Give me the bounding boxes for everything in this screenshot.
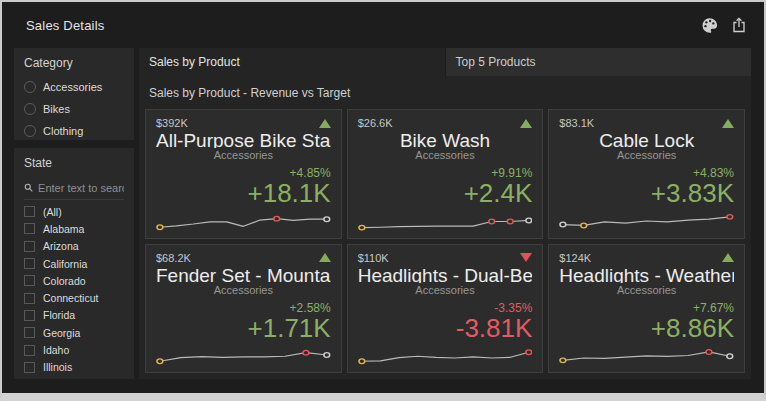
state-option-connecticut[interactable]: Connecticut [24, 289, 130, 306]
trend-up-icon [319, 253, 331, 262]
radio-icon [24, 125, 36, 137]
sparkline-chart [358, 342, 533, 367]
card-absolute-delta: +1.71K [156, 315, 331, 342]
search-icon [24, 182, 33, 193]
checkbox-icon [24, 241, 35, 252]
card-title: Headlights - Weather... [559, 265, 734, 283]
export-icon[interactable] [730, 16, 748, 34]
category-caption: Category [24, 56, 130, 70]
tab-content: Sales by Product - Revenue vs Target $39… [139, 76, 751, 379]
content-title: Sales by Product - Revenue vs Target [145, 84, 745, 109]
card-title: Cable Lock [559, 130, 734, 148]
state-option-illinois[interactable]: Illinois [24, 359, 130, 376]
palette-icon[interactable] [700, 16, 718, 34]
checkbox-icon [24, 362, 35, 373]
card-title: Bike Wash [358, 130, 533, 148]
card-revenue: $83.1K [559, 117, 594, 129]
dashboard-header: Sales Details [2, 2, 764, 48]
card-subtitle: Accessories [156, 149, 331, 161]
page-title: Sales Details [26, 18, 104, 33]
state-option-all[interactable]: (All) [24, 203, 130, 220]
card-revenue: $68.2K [156, 252, 191, 264]
sparkline-chart [156, 208, 331, 233]
checkbox-icon [24, 310, 35, 321]
card-revenue: $110K [358, 252, 389, 264]
main-content: Sales by Product Top 5 Products Sales by… [139, 48, 751, 379]
category-filter-panel: Category Accessories Bikes Clothing [14, 48, 134, 140]
state-option-colorado[interactable]: Colorado [24, 272, 130, 289]
trend-up-icon [520, 119, 532, 128]
state-option-alabama[interactable]: Alabama [24, 220, 130, 237]
card-title: Headlights - Dual-Beam [358, 265, 533, 283]
card-absolute-delta: +8.86K [559, 315, 734, 342]
state-option-georgia[interactable]: Georgia [24, 324, 130, 341]
tab-strip: Sales by Product Top 5 Products [139, 48, 751, 76]
card-subtitle: Accessories [358, 284, 533, 296]
card-absolute-delta: +18.1K [156, 180, 331, 207]
tab-top-5-products[interactable]: Top 5 Products [445, 48, 752, 76]
filter-sidebar: Category Accessories Bikes Clothing Stat… [14, 48, 134, 393]
product-card-all-purpose-bike-stand[interactable]: $392K All-Purpose Bike Stand Accessories… [145, 109, 342, 239]
state-filter-panel: State Enter text to search... (All) Alab… [14, 148, 134, 379]
card-title: Fender Set - Mountain [156, 265, 331, 283]
product-card-bike-wash[interactable]: $26.6K Bike Wash Accessories +9.91% +2.4… [347, 109, 544, 239]
category-option-bikes[interactable]: Bikes [24, 98, 130, 120]
radio-icon [24, 103, 36, 115]
checkbox-icon [24, 206, 35, 217]
product-card-cable-lock[interactable]: $83.1K Cable Lock Accessories +4.83% +3.… [548, 109, 745, 239]
state-option-arizona[interactable]: Arizona [24, 238, 130, 255]
sparkline-chart [358, 208, 533, 233]
trend-down-icon [520, 253, 532, 262]
checkbox-icon [24, 223, 35, 234]
card-grid: $392K All-Purpose Bike Stand Accessories… [145, 109, 745, 373]
state-option-indiana[interactable]: Indiana [24, 376, 130, 379]
checkbox-icon [24, 345, 35, 356]
state-caption: State [24, 156, 130, 170]
dashboard-body: Category Accessories Bikes Clothing Stat… [2, 48, 764, 393]
state-option-idaho[interactable]: Idaho [24, 341, 130, 358]
card-revenue: $124K [559, 252, 591, 264]
sparkline-chart [559, 208, 734, 233]
trend-up-icon [722, 253, 734, 262]
card-subtitle: Accessories [156, 284, 331, 296]
product-card-fender-set-mountain[interactable]: $68.2K Fender Set - Mountain Accessories… [145, 244, 342, 374]
checkbox-icon [24, 275, 35, 286]
trend-up-icon [722, 119, 734, 128]
card-subtitle: Accessories [559, 149, 734, 161]
category-option-clothing[interactable]: Clothing [24, 120, 130, 140]
checkbox-icon [24, 327, 35, 338]
card-title: All-Purpose Bike Stand [156, 130, 331, 148]
sparkline-chart [156, 342, 331, 367]
dashboard-window: Sales Details [0, 0, 766, 401]
product-card-headlights-dual-beam[interactable]: $110K Headlights - Dual-Beam Accessories… [347, 244, 544, 374]
header-toolbar [700, 16, 748, 34]
state-option-florida[interactable]: Florida [24, 307, 130, 324]
card-subtitle: Accessories [559, 284, 734, 296]
sparkline-chart [559, 342, 734, 367]
card-subtitle: Accessories [358, 149, 533, 161]
state-search-input[interactable]: Enter text to search... [24, 176, 124, 200]
trend-up-icon [319, 119, 331, 128]
card-absolute-delta: +2.4K [358, 180, 533, 207]
tab-sales-by-product[interactable]: Sales by Product [139, 48, 445, 76]
product-card-headlights-weatherproof[interactable]: $124K Headlights - Weather... Accessorie… [548, 244, 745, 374]
state-option-california[interactable]: California [24, 255, 130, 272]
card-absolute-delta: -3.81K [358, 315, 533, 342]
card-absolute-delta: +3.83K [559, 180, 734, 207]
category-option-accessories[interactable]: Accessories [24, 76, 130, 98]
card-revenue: $26.6K [358, 117, 393, 129]
radio-icon [24, 81, 36, 93]
checkbox-icon [24, 293, 35, 304]
search-placeholder: Enter text to search... [38, 182, 124, 194]
checkbox-icon [24, 258, 35, 269]
card-revenue: $392K [156, 117, 188, 129]
